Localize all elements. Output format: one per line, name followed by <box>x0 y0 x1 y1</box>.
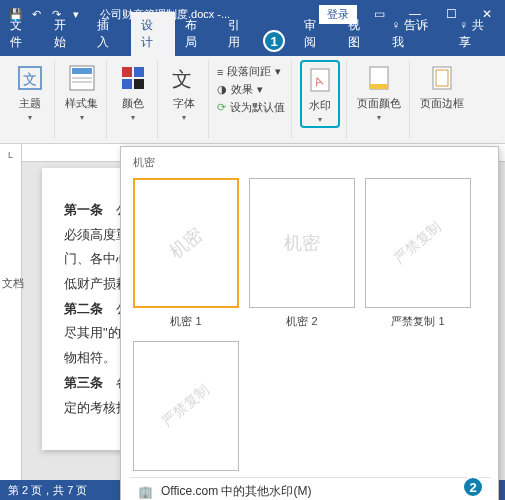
group-colors: 颜色▾ <box>109 60 158 139</box>
ribbon-tabs: 文件 开始 插入 设计 布局 引用 邮 审阅 视图 ♀ 告诉我 ♀ 共享 <box>0 28 505 56</box>
callout-1: 1 <box>263 30 285 52</box>
watermark-option-1[interactable]: 机密 机密 1 <box>133 178 239 329</box>
watermark-grid: 机密 机密 1 机密 机密 2 严禁复制 严禁复制 1 <box>129 172 490 335</box>
tab-design[interactable]: 设计 <box>131 12 175 56</box>
fonts-icon: 文 <box>168 62 200 94</box>
watermark-icon: A <box>304 64 336 96</box>
group-pageborder: 页面边框 <box>412 60 472 139</box>
tab-insert[interactable]: 插入 <box>87 12 131 56</box>
tab-home[interactable]: 开始 <box>44 12 88 56</box>
group-themes: 文 主题▾ <box>6 60 55 139</box>
watermark-gallery: 机密 机密 机密 1 机密 机密 2 严禁复制 严禁复制 1 严禁复制 🏢 Of… <box>120 146 499 500</box>
callout-2: 2 <box>462 476 484 498</box>
tab-review[interactable]: 审阅 <box>294 12 338 56</box>
themes-button[interactable]: 文 主题▾ <box>12 60 48 124</box>
tab-view[interactable]: 视图 <box>338 12 382 56</box>
effects-button[interactable]: ◑效果 ▾ <box>217 82 285 97</box>
doc-format-label: 文档 <box>0 274 26 293</box>
svg-rect-9 <box>134 79 144 89</box>
spacing-icon: ≡ <box>217 66 223 78</box>
pageborder-icon <box>426 62 458 94</box>
tab-tellme[interactable]: ♀ 告诉我 <box>382 12 450 56</box>
paragraph-spacing-button[interactable]: ≡段落间距 ▾ <box>217 64 285 79</box>
ribbon: 文 主题▾ 样式集▾ 颜色▾ 文 字体▾ ≡段落间距 ▾ ◑效果 ▾ ⟳设为默认… <box>0 56 505 144</box>
set-default-button[interactable]: ⟳设为默认值 <box>217 100 285 115</box>
effects-icon: ◑ <box>217 83 227 96</box>
pagecolor-button[interactable]: 页面颜色▾ <box>355 60 403 124</box>
svg-text:文: 文 <box>23 71 37 87</box>
vertical-ruler: L <box>0 144 22 480</box>
office-more-watermarks[interactable]: 🏢 Office.com 中的其他水印(M) 2 <box>129 478 490 500</box>
tab-file[interactable]: 文件 <box>0 12 44 56</box>
group-watermark: A 水印▾ <box>294 60 347 139</box>
tab-references[interactable]: 引用 <box>218 12 262 56</box>
fonts-button[interactable]: 文 字体▾ <box>166 60 202 124</box>
group-formatting-opts: ≡段落间距 ▾ ◑效果 ▾ ⟳设为默认值 <box>211 60 292 139</box>
styleset-button[interactable]: 样式集▾ <box>63 60 100 124</box>
watermark-option-3[interactable]: 严禁复制 严禁复制 1 <box>365 178 471 329</box>
watermark-category-label: 机密 <box>129 153 490 172</box>
colors-button[interactable]: 颜色▾ <box>115 60 151 124</box>
colors-icon <box>117 62 149 94</box>
tab-layout[interactable]: 布局 <box>175 12 219 56</box>
watermark-menu: 🏢 Office.com 中的其他水印(M) 2 📄 自定义水印(W)... ✖… <box>129 477 490 500</box>
group-pagecolor: 页面颜色▾ <box>349 60 410 139</box>
svg-rect-6 <box>122 67 132 77</box>
watermark-option-2[interactable]: 机密 机密 2 <box>249 178 355 329</box>
svg-rect-14 <box>370 84 388 89</box>
svg-text:文: 文 <box>172 68 192 90</box>
default-icon: ⟳ <box>217 101 226 114</box>
group-fonts: 文 字体▾ <box>160 60 209 139</box>
styleset-icon <box>66 62 98 94</box>
watermark-option-4[interactable]: 严禁复制 <box>133 341 239 471</box>
page-indicator[interactable]: 第 2 页，共 7 页 <box>8 483 87 498</box>
svg-rect-7 <box>134 67 144 77</box>
pagecolor-icon <box>363 62 395 94</box>
pageborder-button[interactable]: 页面边框 <box>418 60 466 113</box>
document-area: L 文档 第一条 公 必须高度重 门、各中心 低财产损耗 第二条 公 尽其用"的… <box>0 144 505 480</box>
watermark-button[interactable]: A 水印▾ <box>300 60 340 128</box>
share-button[interactable]: ♀ 共享 <box>449 12 505 56</box>
themes-icon: 文 <box>14 62 46 94</box>
svg-rect-3 <box>72 68 92 74</box>
office-icon: 🏢 <box>137 485 153 499</box>
svg-rect-8 <box>122 79 132 89</box>
group-styleset: 样式集▾ <box>57 60 107 139</box>
